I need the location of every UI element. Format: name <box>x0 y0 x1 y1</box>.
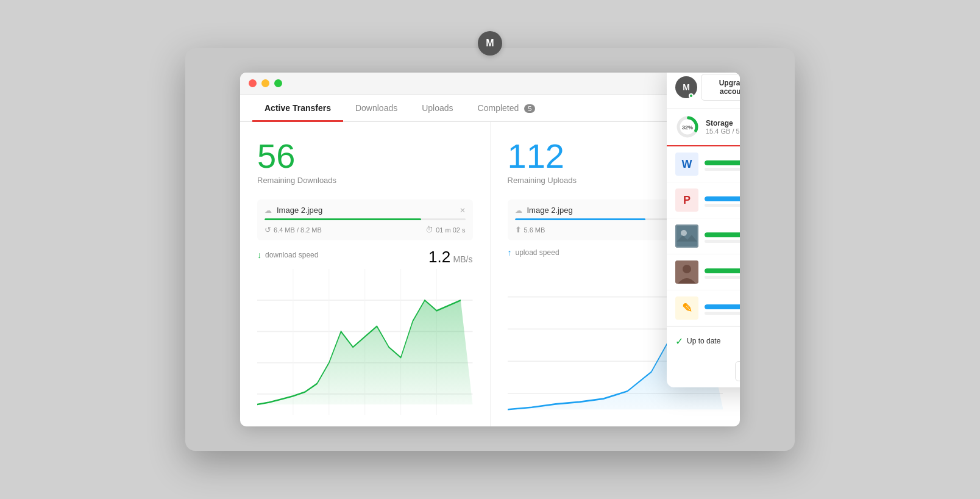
tab-completed[interactable]: Completed 5 <box>466 95 548 122</box>
download-file-item: ☁ Image 2.jpeg ✕ ↺ 6.4 MB / 8.2 MB <box>257 199 473 240</box>
tab-uploads[interactable]: Uploads <box>410 95 465 122</box>
download-progress-fill <box>265 218 421 220</box>
tab-downloads[interactable]: Downloads <box>343 95 410 122</box>
upload-file-type-icon: ☁ <box>515 206 522 215</box>
file-bar-6 <box>705 240 740 243</box>
download-speed-label: ↓ download speed <box>257 250 318 260</box>
file-name-row: ☁ Image 2.jpeg <box>265 206 322 215</box>
list-item: ↓ <box>667 254 740 290</box>
storage-donut: 32% <box>675 115 700 139</box>
svg-rect-20 <box>676 226 697 246</box>
close-file-button[interactable]: ✕ <box>460 206 466 215</box>
list-item: ↓ <box>667 218 740 254</box>
laptop-shell: M Active Transfers Downloads Uploads <box>185 48 795 451</box>
speed-header: ↓ download speed 1.2 MB/s <box>257 248 473 267</box>
download-chart <box>257 269 473 415</box>
img2-thumb <box>675 260 698 284</box>
img1-thumb <box>675 224 698 248</box>
mini-panel: M Upgrade account 📁 ↑ ↓ ⋮ <box>667 73 740 387</box>
avatar: M <box>675 76 697 98</box>
file-item-header: ☁ Image 2.jpeg ✕ <box>265 206 466 215</box>
close-window-button[interactable] <box>249 79 257 87</box>
mini-header: M Upgrade account 📁 ↑ ↓ ⋮ <box>667 73 740 109</box>
list-item: P ↑ 00: <box>667 182 740 218</box>
file-info <box>705 194 740 207</box>
file-bar-7 <box>705 268 740 273</box>
upload-file-size: ⬆ 5.6 MB <box>515 225 545 234</box>
completed-badge: 5 <box>524 104 535 113</box>
file-bar-9 <box>705 304 740 309</box>
file-meta: ↺ 6.4 MB / 8.2 MB ⏱ 01 m 02 s <box>265 225 466 234</box>
check-icon: ✓ <box>675 336 683 347</box>
file-info <box>705 266 740 279</box>
upgrade-button[interactable]: Upgrade account <box>701 74 740 101</box>
svg-point-23 <box>683 265 691 273</box>
download-progress-bar <box>265 218 466 220</box>
download-speed-value: 1.2 MB/s <box>428 248 473 267</box>
upload-speed-label: ↑ upload speed <box>508 248 559 257</box>
file-info <box>705 158 740 171</box>
file-size: ↺ 6.4 MB / 8.2 MB <box>265 225 322 234</box>
pdf-thumb: P <box>675 188 698 212</box>
word-thumb: W <box>675 153 698 176</box>
mini-footer: ✓ Up to date ⟳ ↑ 5/12 ↓ 6/21 ⏸ <box>667 326 740 355</box>
close-button[interactable]: Close <box>735 361 740 381</box>
file-bar-4 <box>705 204 740 207</box>
storage-item: 32% Storage 15.4 GB / 50 GB <box>675 115 740 139</box>
list-item: ✎ ↑ <box>667 290 740 326</box>
up-to-date-status: ✓ Up to date <box>675 336 740 347</box>
tab-bar: Active Transfers Downloads Uploads Compl… <box>240 95 740 122</box>
minimize-window-button[interactable] <box>261 79 269 87</box>
tab-active-transfers[interactable]: Active Transfers <box>252 95 343 122</box>
file-info <box>705 230 740 243</box>
file-time: ⏱ 01 m 02 s <box>425 225 465 234</box>
upload-progress-fill <box>515 218 645 220</box>
remaining-downloads-label: Remaining Downloads <box>257 176 473 185</box>
download-speed-section: ↓ download speed 1.2 MB/s <box>257 248 473 415</box>
file-bar-8 <box>705 276 740 279</box>
upload-file-name-row: ☁ Image 2.jpeg <box>515 206 573 215</box>
close-mini-panel: Close <box>667 355 740 387</box>
file-list: W ↓ 00: P <box>667 146 740 326</box>
list-item: W ↓ 00: <box>667 146 740 182</box>
download-file-name: Image 2.jpeg <box>277 206 322 215</box>
yellow-thumb: ✎ <box>675 296 698 320</box>
storage-info: Storage 15.4 GB / 50 GB <box>706 119 740 135</box>
file-bar-3 <box>705 196 740 201</box>
file-bar-2 <box>705 168 740 171</box>
svg-text:32%: 32% <box>682 124 693 131</box>
file-type-icon: ☁ <box>265 206 272 215</box>
title-bar <box>240 73 740 95</box>
remaining-downloads-number: 56 <box>257 139 473 173</box>
file-bar-1 <box>705 160 740 165</box>
app-window: Active Transfers Downloads Uploads Compl… <box>240 73 740 426</box>
file-bar-5 <box>705 232 740 237</box>
file-bar-10 <box>705 312 740 315</box>
svg-point-21 <box>681 230 687 236</box>
storage-row: 32% Storage 15.4 GB / 50 GB <box>667 109 740 146</box>
laptop-screen: Active Transfers Downloads Uploads Compl… <box>185 48 795 451</box>
main-content: 56 Remaining Downloads ☁ Image 2.jpeg ✕ <box>240 122 740 426</box>
top-logo: M <box>478 31 502 56</box>
maximize-window-button[interactable] <box>274 79 282 87</box>
file-info <box>705 302 740 315</box>
upload-file-name: Image 2.jpeg <box>527 206 573 215</box>
online-dot <box>689 93 694 98</box>
download-panel: 56 Remaining Downloads ☁ Image 2.jpeg ✕ <box>240 122 491 426</box>
